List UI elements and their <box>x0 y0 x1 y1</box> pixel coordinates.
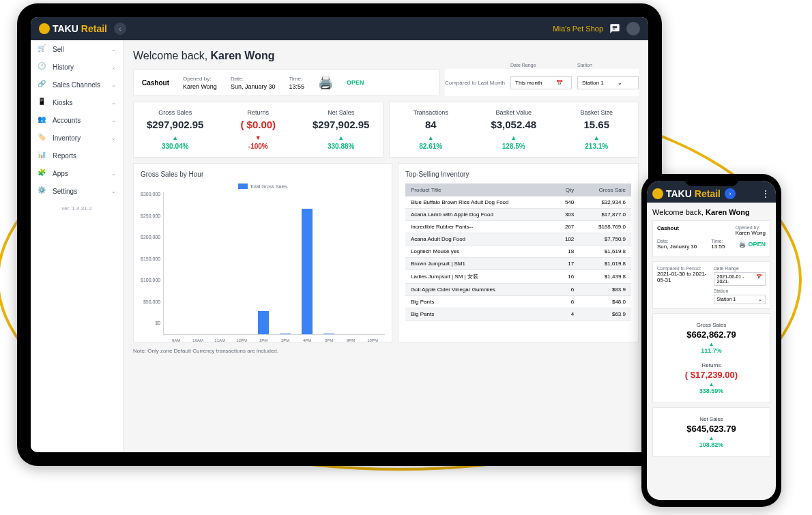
brand-text-2: Retail <box>81 23 107 34</box>
bars-container: 9AM10AM11AM12PM1PM2PM4PM5PM9PM10PM <box>163 192 385 335</box>
avatar[interactable] <box>626 22 640 35</box>
sidebar-item-label: Sell <box>53 46 111 53</box>
stat-basket-size: Basket Size15.65▲213.1% <box>555 102 639 157</box>
phone-station-select[interactable]: Station 1⌄ <box>714 295 766 304</box>
brand-logo[interactable]: TAKURetail <box>39 23 107 34</box>
tablet-device: TAKURetail ‹ Mia's Pet Shop 🛒Sell⌄🕐Histo… <box>17 3 662 466</box>
table-row[interactable]: Blue Buffalo Brown Rice Adult Dog Food54… <box>405 196 631 209</box>
inventory-table: Product TitleQtyGross Sale Blue Buffalo … <box>405 183 631 321</box>
sidebar-item-label: Reports <box>53 152 116 160</box>
history-icon: 🕐 <box>38 62 47 72</box>
calendar-icon: 📅 <box>756 274 762 284</box>
phone-stat: Net Sales$645,623.79▲108.82% <box>657 412 766 452</box>
table-panel: Top-Selling Inventory Product TitleQtyGr… <box>398 163 639 342</box>
bar-1PM: 1PM <box>254 311 273 334</box>
phone-stat: Returns( $17,239.00)▲338.59% <box>657 358 766 398</box>
brand-text-1: TAKU <box>666 188 692 199</box>
table-row[interactable]: Big Pants4$63.9 <box>405 308 631 321</box>
table-row[interactable]: Goli Apple Cider Vinegar Gummies6$83.9 <box>405 284 631 296</box>
menu-icon[interactable]: ⋮ <box>761 188 770 199</box>
opened-by-value: Karen Wong <box>183 83 217 90</box>
back-button[interactable]: ‹ <box>114 23 126 35</box>
sidebar-item-reports[interactable]: 📊Reports <box>31 147 123 164</box>
phone-filter-card: Compared to Period: 2021-01-30 to 2021-0… <box>652 261 770 309</box>
stat-net-sales: Net Sales$297,902.95▲330.88% <box>300 102 383 157</box>
column-header[interactable]: Product Title <box>405 183 553 196</box>
phone-device: TAKURetail › ⋮ Welcome back, Karen Wong … <box>641 174 781 507</box>
version-text: ver. 1.4.31-2 <box>31 200 123 217</box>
channels-icon: 🔗 <box>38 80 47 89</box>
chevron-down-icon: ⌄ <box>111 46 116 53</box>
sidebar-item-label: Settings <box>53 188 111 195</box>
date-value: Sun, January 30 <box>231 83 276 90</box>
table-row[interactable]: Incredible Rubber Pants--267$188,769.0 <box>405 221 631 233</box>
sidebar-item-label: Kiosks <box>53 99 111 106</box>
sidebar-item-sales-channels[interactable]: 🔗Sales Channels⌄ <box>31 76 123 93</box>
chevron-down-icon: ⌄ <box>111 171 116 177</box>
y-axis: $300,000$250,000$200,000$150,000$100,000… <box>141 192 163 325</box>
column-header[interactable]: Qty <box>553 183 580 196</box>
filter-card: Compared to Last Month Date Range This m… <box>445 69 639 96</box>
sidebar-item-inventory[interactable]: 🏷️Inventory⌄ <box>31 129 123 147</box>
sidebar-item-kiosks[interactable]: 📱Kiosks⌄ <box>31 93 123 111</box>
shop-name[interactable]: Mia's Pet Shop <box>553 25 603 33</box>
station-select[interactable]: Station 1⌄ <box>577 76 639 89</box>
phone-brand-logo[interactable]: TAKURetail <box>652 188 721 199</box>
table-row[interactable]: Acana Lamb with Apple Dog Food303$17,877… <box>405 209 631 221</box>
register-icon: 🖨️ <box>318 75 333 90</box>
accounts-icon: 👥 <box>38 115 47 125</box>
date-range-select[interactable]: This month📅 <box>510 76 572 89</box>
chevron-down-icon: ⌄ <box>111 100 116 106</box>
sidebar-item-history[interactable]: 🕐History⌄ <box>31 58 123 76</box>
table-row[interactable]: Brown Jumpsuit | SM117$1,019.8 <box>405 258 631 270</box>
phone-stats-card: Gross Sales$662,862.79▲111.7%Returns( $1… <box>652 313 770 403</box>
kiosk-icon: 📱 <box>38 98 47 107</box>
chart-icon: 📊 <box>38 151 47 160</box>
sidebar-item-accounts[interactable]: 👥Accounts⌄ <box>31 111 123 129</box>
table-row[interactable]: Logitech Mouse yes18$1,619.8 <box>405 246 631 258</box>
sidebar-item-label: Sales Channels <box>53 81 111 89</box>
legend-swatch <box>238 183 248 189</box>
compare-label: Compared to Last Month <box>445 80 505 86</box>
column-header[interactable]: Gross Sale <box>579 183 631 196</box>
phone-cashout-card: Cashout Opened by:Karen Wong Date:Sun, J… <box>652 220 770 257</box>
chart-panel: Gross Sales by Hour Total Gross Sales $3… <box>133 163 392 342</box>
cashout-card: Cashout Opened by:Karen Wong Date:Sun, J… <box>133 69 439 96</box>
logo-icon <box>652 188 663 199</box>
stat-returns: Returns( $0.00)▼-100% <box>217 102 300 157</box>
phone-stats-card-2: Net Sales$645,623.79▲108.82% <box>652 407 770 457</box>
sidebar-item-sell[interactable]: 🛒Sell⌄ <box>31 40 123 58</box>
welcome-heading: Welcome back, Karen Wong <box>133 50 639 62</box>
table-title: Top-Selling Inventory <box>405 171 631 178</box>
stat-basket-value: Basket Value$3,052.48▲128.5% <box>472 102 555 157</box>
chevron-down-icon: ⌄ <box>111 82 116 88</box>
time-label: Time: <box>289 76 304 82</box>
table-row[interactable]: Ladies Jumpsuit | SM | 女装16$1,439.8 <box>405 270 631 284</box>
sidebar-item-settings[interactable]: ⚙️Settings⌄ <box>31 182 123 200</box>
chevron-down-icon: ⌄ <box>111 117 116 123</box>
chart-title: Gross Sales by Hour <box>141 171 385 178</box>
opened-by-label: Opened by: <box>183 76 217 82</box>
sidebar-item-label: Apps <box>53 170 111 177</box>
table-row[interactable]: Acana Adult Dog Food102$7,750.9 <box>405 233 631 246</box>
time-value: 13:55 <box>289 83 304 90</box>
chat-icon[interactable] <box>609 23 621 35</box>
stat-transactions: Transactions84▲82.61% <box>390 102 473 157</box>
station-label: Station <box>577 63 592 68</box>
sidebar: 🛒Sell⌄🕐History⌄🔗Sales Channels⌄📱Kiosks⌄👥… <box>31 40 124 452</box>
date-range-label: Date Range <box>510 63 536 68</box>
stat-gross-sales: Gross Sales$297,902.95▲330.04% <box>134 102 217 157</box>
table-row[interactable]: Big Pants6$48.0 <box>405 296 631 308</box>
footer-note: Note: Only zone Default Currency transac… <box>133 348 639 354</box>
chevron-down-icon: ⌄ <box>111 64 116 70</box>
phone-date-range-select[interactable]: 2021-06-01 - 2021-📅 <box>714 272 766 286</box>
welcome-name: Karen Wong <box>211 50 275 61</box>
chevron-down-icon: ⌄ <box>618 80 622 86</box>
bar-2PM: 2PM <box>276 334 295 334</box>
legend-label: Total Gross Sales <box>250 184 288 189</box>
cart-icon: 🛒 <box>38 44 47 54</box>
bar-4PM: 4PM <box>298 209 317 334</box>
sidebar-item-apps[interactable]: 🧩Apps⌄ <box>31 164 123 182</box>
forward-button[interactable]: › <box>725 188 736 199</box>
register-icon: 🖨️ <box>739 241 746 248</box>
